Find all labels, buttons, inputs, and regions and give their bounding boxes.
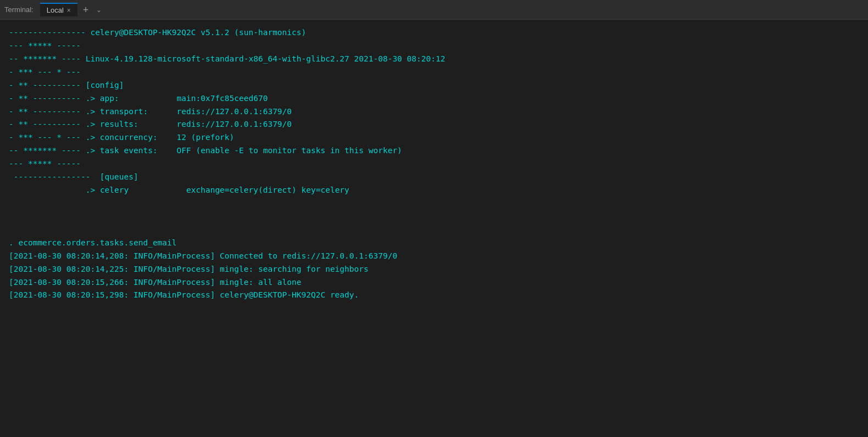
terminal-line-5: - ** ---------- .> app: main:0x7fc85ceed… bbox=[9, 92, 859, 105]
close-icon[interactable]: × bbox=[67, 7, 71, 14]
tab-local-label: Local bbox=[47, 6, 64, 14]
terminal-line-13 bbox=[9, 197, 859, 210]
add-tab-button[interactable]: + bbox=[80, 5, 92, 15]
terminal-content: ---------------- celery@DESKTOP-HK92Q2C … bbox=[9, 26, 859, 302]
terminal-line-9: -- ******* ---- .> task events: OFF (ena… bbox=[9, 144, 859, 158]
terminal-line-14 bbox=[9, 210, 859, 223]
tab-bar: Terminal: Local × + ⌄ bbox=[0, 0, 868, 20]
terminal-line-6: - ** ---------- .> transport: redis://12… bbox=[9, 105, 859, 119]
terminal-output: ---------------- celery@DESKTOP-HK92Q2C … bbox=[0, 20, 868, 437]
terminal-line-17: [2021-08-30 08:20:14,208: INFO/MainProce… bbox=[9, 250, 859, 263]
terminal-line-4: - ** ---------- [config] bbox=[9, 79, 859, 92]
terminal-line-19: [2021-08-30 08:20:15,266: INFO/MainProce… bbox=[9, 276, 859, 289]
terminal-line-3: - *** --- * --- bbox=[9, 66, 859, 79]
tab-local[interactable]: Local × bbox=[40, 3, 77, 16]
terminal-line-15 bbox=[9, 223, 859, 237]
terminal-line-10: --- ***** ----- bbox=[9, 158, 859, 171]
terminal-line-16: . ecommerce.orders.tasks.send_email bbox=[9, 237, 859, 250]
terminal-line-2: -- ******* ---- Linux-4.19.128-microsoft… bbox=[9, 53, 859, 66]
terminal-container: Terminal: Local × + ⌄ ---------------- c… bbox=[0, 0, 868, 437]
tab-dropdown-button[interactable]: ⌄ bbox=[94, 6, 104, 14]
terminal-line-12: .> celery exchange=celery(direct) key=ce… bbox=[9, 184, 859, 197]
terminal-line-7: - ** ---------- .> results: redis://127.… bbox=[9, 118, 859, 131]
terminal-label: Terminal: bbox=[4, 5, 34, 14]
terminal-line-20: [2021-08-30 08:20:15,298: INFO/MainProce… bbox=[9, 289, 859, 302]
terminal-line-11: ---------------- [queues] bbox=[9, 171, 859, 184]
terminal-line-0: ---------------- celery@DESKTOP-HK92Q2C … bbox=[9, 26, 859, 40]
terminal-line-1: --- ***** ----- bbox=[9, 40, 859, 53]
terminal-line-18: [2021-08-30 08:20:14,225: INFO/MainProce… bbox=[9, 263, 859, 276]
terminal-line-8: - *** --- * --- .> concurrency: 12 (pref… bbox=[9, 131, 859, 144]
